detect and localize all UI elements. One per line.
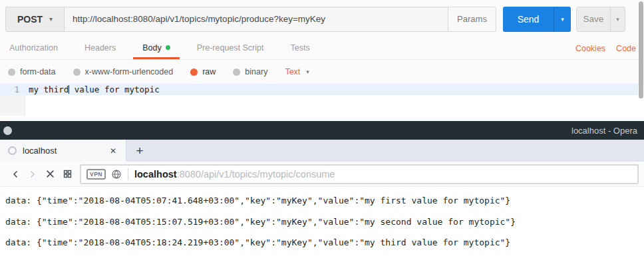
screen: POST ▾ http://localhost:8080/api/v1/topi…	[0, 0, 644, 268]
url-text[interactable]: localhost:8080/api/v1/topics/mytopic/con…	[134, 169, 335, 180]
tab-label: Headers	[84, 43, 116, 53]
params-button[interactable]: Params	[448, 7, 496, 32]
radio-label: x-www-form-urlencoded	[85, 67, 174, 76]
tab-label: Tests	[290, 43, 309, 53]
stop-reload-button[interactable]	[41, 165, 59, 184]
save-button[interactable]: Save	[577, 7, 610, 31]
sse-data-line: data: {"time":"2018-08-04T05:07:41.648+0…	[0, 190, 644, 211]
grid-icon	[63, 169, 73, 179]
radio-icon	[190, 68, 198, 76]
radio-icon	[73, 68, 80, 76]
tab-pre-request-script[interactable]: Pre-request Script	[188, 38, 273, 59]
editor-text-after-cursor: value for mytopic	[69, 84, 159, 94]
tab-body[interactable]: Body	[133, 38, 180, 59]
save-options-button[interactable]: ▾	[610, 7, 625, 31]
send-button[interactable]: Send	[503, 7, 554, 32]
new-tab-button[interactable]: +	[126, 140, 153, 162]
globe-icon[interactable]	[111, 169, 122, 180]
editor-active-line[interactable]: 1 my third value for mytopic	[0, 84, 638, 95]
tab-label: Body	[142, 43, 162, 53]
radio-binary[interactable]: binary	[233, 67, 267, 76]
scrollbar-thumb[interactable]	[639, 1, 643, 98]
radio-label: raw	[202, 67, 216, 76]
radio-form-data[interactable]: form-data	[8, 67, 56, 76]
tab-tests[interactable]: Tests	[281, 38, 319, 59]
radio-icon	[8, 68, 15, 76]
opera-tabstrip: localhost ✕ +	[0, 140, 644, 162]
browser-tab-localhost[interactable]: localhost ✕	[0, 140, 126, 162]
tab-label: Pre-request Script	[197, 43, 264, 53]
request-tabs: Authorization Headers Body Pre-request S…	[0, 38, 644, 60]
radio-label: binary	[245, 67, 267, 76]
tab-headers[interactable]: Headers	[75, 38, 125, 59]
radio-label: form-data	[20, 67, 56, 76]
url-host: localhost	[134, 169, 177, 180]
editor-text-before-cursor: my third	[25, 84, 69, 94]
address-bar[interactable]: VPN localhost:8080/api/v1/topics/mytopic…	[80, 164, 639, 184]
request-url-bar: POST ▾ http://localhost:8080/api/v1/topi…	[0, 0, 644, 38]
window-control-icon[interactable]	[3, 126, 12, 135]
tab-authorization[interactable]: Authorization	[0, 38, 67, 59]
body-has-content-dot	[166, 45, 170, 50]
opera-toolbar: VPN localhost:8080/api/v1/topics/mytopic…	[0, 162, 644, 187]
close-icon[interactable]: ✕	[107, 145, 119, 157]
window-title: localhost - Opera	[571, 126, 644, 136]
opera-titlebar: localhost - Opera	[0, 121, 644, 140]
tab-title: localhost	[23, 146, 107, 156]
chevron-left-icon	[10, 169, 21, 180]
cookies-link[interactable]: Cookies	[575, 44, 605, 53]
request-links: Cookies Code	[575, 38, 636, 59]
line-number: 1	[0, 85, 25, 94]
vpn-badge[interactable]: VPN	[86, 169, 106, 180]
body-mode-row: form-data x-www-form-urlencoded raw bina…	[0, 60, 644, 84]
url-path: :8080/api/v1/topics/mytopic/consume	[177, 169, 335, 180]
chevron-down-icon: ▾	[49, 15, 53, 23]
radio-icon	[233, 68, 240, 76]
favicon-loading-icon	[8, 146, 17, 155]
request-url-input[interactable]: http://localhost:8080/api/v1/topics/myto…	[64, 7, 448, 32]
sse-data-line: data: {"time":"2018-08-04T05:15:07.519+0…	[0, 211, 644, 233]
code-link[interactable]: Code	[616, 44, 636, 53]
forward-button[interactable]	[24, 165, 41, 184]
radio-x-www-form-urlencoded[interactable]: x-www-form-urlencoded	[73, 67, 174, 76]
postman-window: POST ▾ http://localhost:8080/api/v1/topi…	[0, 0, 644, 121]
speed-dial-button[interactable]	[59, 165, 76, 184]
chevron-right-icon	[27, 169, 38, 180]
format-dropdown[interactable]: Text ▾	[285, 67, 309, 76]
chevron-down-icon: ▾	[306, 68, 309, 75]
radio-raw[interactable]: raw	[190, 67, 216, 76]
chevron-down-icon: ▾	[561, 16, 564, 23]
x-icon	[45, 169, 55, 179]
page-content: data: {"time":"2018-08-04T05:07:41.648+0…	[0, 187, 644, 268]
chevron-down-icon: ▾	[616, 16, 619, 23]
tab-label: Authorization	[9, 43, 58, 53]
method-label: POST	[17, 14, 43, 25]
send-options-button[interactable]: ▾	[554, 7, 571, 32]
format-label: Text	[285, 67, 300, 76]
divider	[128, 168, 128, 180]
send-button-group: Send ▾	[503, 7, 571, 32]
sse-data-line: data: {"time":"2018-08-04T05:18:24.219+0…	[0, 232, 644, 253]
save-button-group: Save ▾	[576, 7, 625, 32]
back-button[interactable]	[7, 165, 24, 184]
method-dropdown[interactable]: POST ▾	[5, 7, 64, 32]
body-editor[interactable]: 1 my third value for mytopic	[0, 84, 644, 118]
